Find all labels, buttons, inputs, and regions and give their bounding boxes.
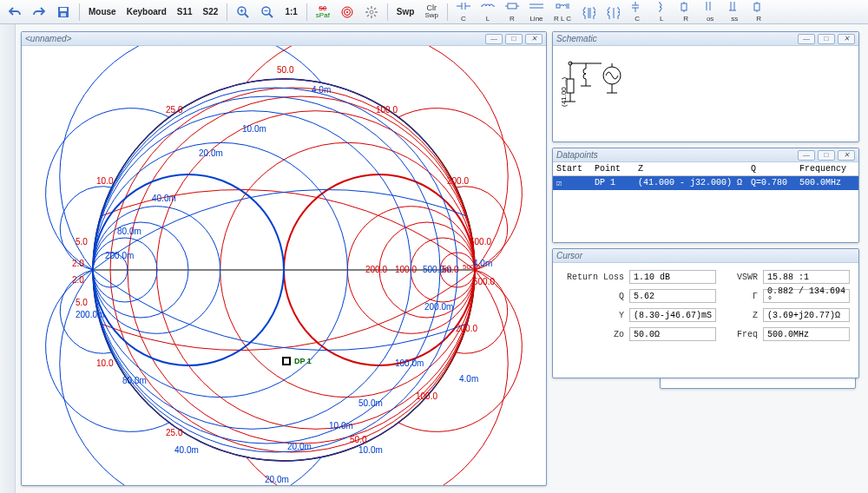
svg-point-13 [370, 10, 373, 14]
z-value[interactable]: (3.69+j20.77)Ω [763, 308, 850, 322]
datapoint-row[interactable]: ☑ DP 1 (41.000 - j32.000) Ω Q=0.780 500.… [553, 176, 858, 190]
datapoint-marker[interactable] [282, 357, 291, 365]
maximize-icon[interactable]: □ [818, 150, 835, 161]
smith-chart[interactable]: 50.0 25.0 100.0 10.0 200.0 5.0 500.0 2.0… [22, 46, 546, 485]
zoom-out-button[interactable] [256, 3, 279, 22]
y-label: Y [562, 311, 624, 320]
schematic-canvas[interactable]: (41.00 ...) [553, 46, 858, 141]
chart-title: <unnamed> [25, 34, 71, 43]
q-label: Q [562, 292, 624, 301]
svg-rect-71 [567, 79, 574, 93]
keyboard-mode-button[interactable]: Keyboard [122, 3, 171, 22]
zoom-in-button[interactable] [232, 3, 254, 22]
q-value[interactable]: 5.62 [629, 289, 716, 303]
schematic-panel: Schematic — □ ✕ [552, 31, 859, 142]
svg-line-19 [374, 15, 376, 16]
component-short-stub-button[interactable]: ss [723, 3, 746, 22]
maximize-icon[interactable]: □ [818, 34, 835, 44]
gamma-value[interactable]: 0.882 / 134.694 ° [763, 289, 850, 303]
vswr-label: VSWR [721, 273, 758, 282]
redo-button[interactable] [28, 3, 50, 22]
datapoints-title: Datapoints [556, 150, 598, 160]
main-toolbar: Mouse Keyboard S11 S22 1:1 scsPaf Swp Cl… [0, 0, 868, 24]
minimize-icon[interactable]: — [798, 150, 815, 161]
component-shunt-r-button[interactable]: R [674, 3, 697, 22]
maximize-icon[interactable]: □ [505, 34, 523, 44]
component-shunt-c-button[interactable]: C [626, 3, 648, 22]
svg-rect-39 [681, 3, 687, 10]
component-r-button[interactable]: R [501, 3, 523, 22]
cursor-title: Cursor [556, 251, 582, 260]
component-shunt-l-button[interactable]: L [650, 3, 673, 22]
svg-rect-26 [508, 3, 516, 9]
workspace: <unnamed> — □ ✕ [0, 24, 868, 493]
target-button[interactable] [336, 3, 358, 22]
datapoints-header: Start Point Z Q Frequency [553, 162, 858, 176]
minimize-icon[interactable]: — [485, 34, 503, 44]
gear-button[interactable] [360, 3, 383, 22]
component-transformer1-button[interactable] [577, 3, 600, 22]
datapoints-panel: Datapoints — □ ✕ Start Point Z Q Frequen… [552, 148, 859, 243]
svg-line-8 [269, 14, 273, 17]
vertical-ruler [0, 24, 16, 493]
component-transformer2-button[interactable] [602, 3, 624, 22]
gamma-label: Γ [721, 292, 758, 301]
freq-value[interactable]: 500.0MHz [763, 327, 850, 341]
svg-rect-47 [754, 3, 760, 10]
cursor-titlebar[interactable]: Cursor [553, 249, 858, 263]
chart-titlebar[interactable]: <unnamed> — □ ✕ [22, 32, 546, 46]
svg-line-4 [245, 14, 248, 17]
zo-label: Zo [562, 330, 624, 339]
svg-line-18 [367, 8, 369, 10]
component-line-button[interactable]: Line [525, 3, 548, 22]
component-l-button[interactable]: L [477, 3, 499, 22]
svg-point-12 [346, 11, 348, 13]
undo-button[interactable] [3, 3, 26, 22]
vswr-value[interactable]: 15.88 :1 [763, 270, 850, 284]
close-icon[interactable]: ✕ [525, 34, 542, 44]
datapoint-start-checkbox[interactable]: ☑ [556, 178, 595, 188]
zo-value[interactable]: 50.0Ω [629, 327, 716, 341]
cursor-panel: Cursor Return Loss 1.10 dB VSWR 15.88 :1… [552, 248, 859, 378]
return-loss-value[interactable]: 1.10 dB [629, 270, 716, 284]
freq-label: Freq [721, 330, 758, 339]
close-icon[interactable]: ✕ [838, 34, 855, 44]
schematic-titlebar[interactable]: Schematic — □ ✕ [553, 32, 858, 46]
clr-swp-button[interactable]: ClrSwp [420, 3, 443, 22]
component-rlc-button[interactable]: R L C [549, 3, 575, 22]
component-shunt-r3-button[interactable]: R [747, 3, 770, 22]
svg-line-20 [367, 15, 369, 16]
save-button[interactable] [52, 3, 75, 22]
schematic-value: (41.00 ...) [560, 77, 568, 107]
schematic-title: Schematic [556, 34, 597, 43]
datapoint-marker-label: DP 1 [294, 357, 312, 365]
close-icon[interactable]: ✕ [838, 150, 855, 161]
s22-button[interactable]: S22 [199, 3, 223, 22]
svg-rect-2 [61, 13, 66, 16]
minimize-icon[interactable]: — [798, 34, 815, 44]
sc-spaf-button[interactable]: scsPaf [312, 3, 334, 22]
s11-button[interactable]: S11 [173, 3, 197, 22]
z-label: Z [721, 311, 758, 320]
svg-line-21 [374, 8, 376, 10]
mouse-mode-button[interactable]: Mouse [84, 3, 121, 22]
smith-chart-panel: <unnamed> — □ ✕ [21, 31, 547, 486]
svg-rect-31 [556, 4, 560, 8]
y-value[interactable]: (8.30-j46.67)mS [629, 308, 716, 322]
component-c-button[interactable]: C [452, 3, 475, 22]
component-open-stub-button[interactable]: os [699, 3, 721, 22]
return-loss-label: Return Loss [562, 273, 624, 282]
swp-button[interactable]: Swp [392, 3, 419, 22]
datapoints-titlebar[interactable]: Datapoints — □ ✕ [553, 148, 858, 162]
zoom-reset-button[interactable]: 1:1 [280, 3, 301, 22]
svg-rect-1 [60, 8, 67, 11]
